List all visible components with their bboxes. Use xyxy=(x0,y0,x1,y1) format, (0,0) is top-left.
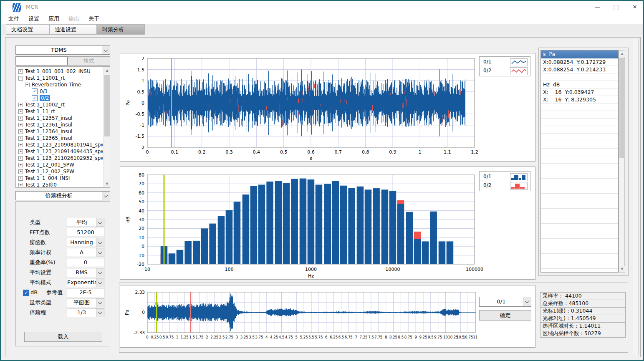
form-input[interactable]: 51200 xyxy=(67,228,104,237)
close-button[interactable]: ✕ xyxy=(628,2,642,12)
svg-text:3.25: 3.25 xyxy=(240,335,248,339)
tree-item[interactable]: +Test 1_123_211026102932_spw xyxy=(17,155,103,162)
form-label: 参考值 xyxy=(46,288,63,297)
chevron-down-icon[interactable] xyxy=(96,248,104,257)
svg-text:3: 3 xyxy=(236,335,238,339)
menu-item-2[interactable]: 设置 xyxy=(27,13,41,24)
expand-plus-icon[interactable]: + xyxy=(18,69,23,74)
expand-plus-icon[interactable]: + xyxy=(18,143,23,147)
expand-plus-icon[interactable]: + xyxy=(18,129,23,134)
checkbox-icon[interactable]: ✓ xyxy=(32,95,38,101)
scroll-down-icon[interactable]: ▼ xyxy=(619,266,625,272)
chevron-down-icon[interactable] xyxy=(96,308,104,317)
tree-item[interactable]: +Test 1_12_001_SPW xyxy=(17,162,103,168)
tree-item[interactable]: ✓0/1 xyxy=(17,88,103,95)
chevron-down-icon[interactable] xyxy=(96,278,104,287)
scrollbar-thumb[interactable] xyxy=(104,75,110,136)
scroll-down-icon[interactable]: ▼ xyxy=(104,181,110,187)
svg-text:20: 20 xyxy=(139,226,144,231)
filter-input[interactable] xyxy=(15,56,68,66)
chevron-down-icon[interactable] xyxy=(96,238,104,247)
checkbox-icon[interactable]: ✓ xyxy=(32,88,38,94)
expand-plus-icon[interactable]: + xyxy=(18,169,23,174)
maximize-button[interactable] xyxy=(609,2,623,12)
tree-item[interactable]: +Test 1_11_rt xyxy=(17,108,103,115)
menu-item-3[interactable]: 应用 xyxy=(47,13,61,24)
load-button[interactable]: 载入 xyxy=(24,332,102,342)
chevron-down-icon[interactable] xyxy=(96,218,104,227)
menu-item-4[interactable]: 输出 xyxy=(67,13,81,24)
svg-text:0: 0 xyxy=(141,101,144,106)
svg-text:1.25: 1.25 xyxy=(181,335,189,339)
svg-text:0.7: 0.7 xyxy=(335,149,342,155)
minimize-button[interactable]: — xyxy=(590,2,604,12)
tree-item[interactable]: +Test 1_001_001_002_INSU xyxy=(17,68,103,75)
tree-item[interactable]: −Test 1_11001_rt xyxy=(17,75,103,81)
svg-text:Hz: Hz xyxy=(308,273,314,279)
overview-waveform-chart[interactable]: 00.250.50.7511.251.51.7522.252.52.7533.2… xyxy=(120,285,536,348)
expand-plus-icon[interactable]: + xyxy=(18,116,23,121)
chevron-down-icon[interactable] xyxy=(102,46,110,54)
expand-plus-icon[interactable]: + xyxy=(18,163,23,167)
db-checkbox[interactable]: ✓ xyxy=(23,290,29,296)
tree-item[interactable]: +Test 1_11002_rt xyxy=(17,101,103,108)
spectrum-bar-chart[interactable]: 10100100010000100000-20-1001020304050607… xyxy=(120,167,536,280)
form-input[interactable]: 0 xyxy=(67,258,104,267)
tab-3[interactable]: 时频分析 xyxy=(97,24,145,35)
scroll-up-icon[interactable]: ▲ xyxy=(104,67,110,73)
tree-item[interactable]: +Test 1_12357_insul xyxy=(17,115,103,121)
menu-item-1[interactable]: 文件 xyxy=(7,13,21,24)
expand-plus-icon[interactable]: + xyxy=(18,156,23,161)
chevron-down-icon[interactable] xyxy=(102,192,110,200)
tree-item[interactable]: ✓0/2 xyxy=(17,95,103,101)
collapse-minus-icon[interactable]: − xyxy=(25,83,30,87)
form-select[interactable]: 平均 xyxy=(67,218,104,227)
legend-label: 0/1 xyxy=(483,59,491,65)
file-format-select[interactable]: TDMS xyxy=(15,45,110,55)
overview-channel-select[interactable]: 0/1 xyxy=(479,297,531,307)
tab-1[interactable]: 文档设置 xyxy=(6,24,49,35)
svg-text:0.25: 0.25 xyxy=(151,335,159,339)
chevron-down-icon[interactable] xyxy=(523,297,531,306)
chevron-down-icon[interactable] xyxy=(96,268,104,277)
tree-item[interactable]: +Test 1_123_210914094435_spw xyxy=(17,148,103,155)
tree-item[interactable]: +Test 1_25度0 xyxy=(17,182,103,187)
scroll-up-icon[interactable]: ▲ xyxy=(619,50,625,57)
chevron-down-icon[interactable] xyxy=(96,298,104,307)
form-input[interactable]: 2E-5 xyxy=(67,288,104,297)
tree-item[interactable]: +Test 1_123_210908101941_spw xyxy=(17,141,103,148)
form-select[interactable]: Exponential xyxy=(67,278,104,287)
cursor-readout-list: s PaX:0.088254 Y:0.172729X:0.088254 Y:0.… xyxy=(540,50,619,273)
main-scrollbar[interactable] xyxy=(633,39,639,355)
svg-text:10: 10 xyxy=(144,267,150,272)
expand-plus-icon[interactable]: + xyxy=(18,123,23,127)
tree-item[interactable]: +Test 1_1_004_INSI xyxy=(17,175,103,182)
expand-plus-icon[interactable]: + xyxy=(18,176,23,181)
tree-scrollbar[interactable]: ▲ ▼ xyxy=(104,67,110,187)
tree-item[interactable]: +Test 1_12365_insul xyxy=(17,135,103,141)
expand-plus-icon[interactable]: + xyxy=(18,136,23,141)
menu-item-5[interactable]: 关于 xyxy=(87,13,101,24)
svg-text:1.5: 1.5 xyxy=(189,335,195,339)
form-select[interactable]: 平面图 xyxy=(67,298,104,307)
tree-item[interactable]: +Test 1_12364_insul xyxy=(17,128,103,135)
readout-scrollbar[interactable]: ▲ ▼ xyxy=(619,50,625,273)
form-select[interactable]: Hanning xyxy=(67,238,104,247)
analysis-type-select[interactable]: 倍频程分析 xyxy=(15,191,110,200)
format-button[interactable]: 格式 xyxy=(68,56,110,66)
form-select[interactable]: A xyxy=(67,248,104,257)
confirm-button[interactable]: 确定 xyxy=(479,310,531,321)
tree-item[interactable]: +Test 1_12361_insul xyxy=(17,121,103,128)
expand-plus-icon[interactable]: + xyxy=(18,103,23,107)
tree-item[interactable]: +Test 1_12_002_SPW xyxy=(17,168,103,175)
tab-2[interactable]: 通道设置 xyxy=(49,24,97,35)
expand-plus-icon[interactable]: + xyxy=(18,109,23,114)
collapse-minus-icon[interactable]: − xyxy=(18,76,23,81)
form-select[interactable]: RMS xyxy=(67,268,104,277)
expand-plus-icon[interactable]: + xyxy=(18,183,23,187)
form-select[interactable]: 1/3 xyxy=(67,308,104,317)
scrollbar-thumb[interactable] xyxy=(619,58,625,158)
time-waveform-chart[interactable]: 00.10.20.30.40.50.60.70.80.911.11.2-2-1.… xyxy=(120,53,536,162)
tree-item[interactable]: −Reverberation Time xyxy=(17,81,103,88)
expand-plus-icon[interactable]: + xyxy=(18,149,23,154)
